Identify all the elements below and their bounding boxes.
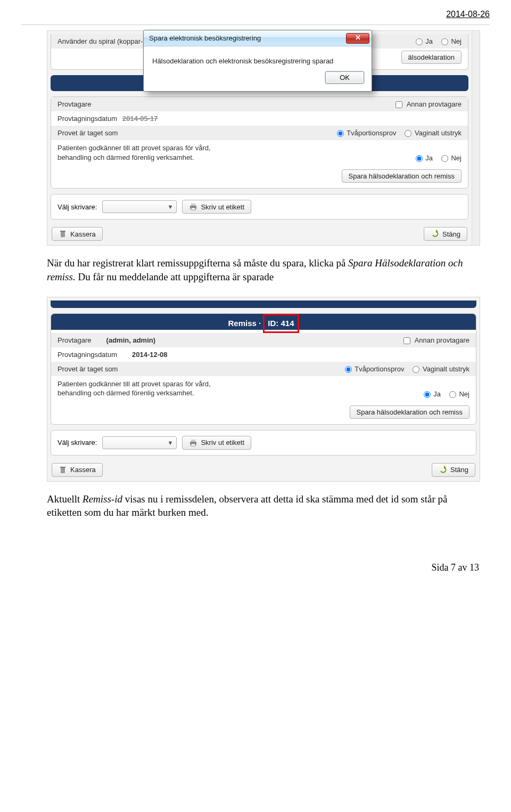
scrollbar[interactable]: [472, 31, 480, 245]
provtagare-label-2: Provtagare: [57, 336, 92, 344]
print-label: Skriv ut etikett: [201, 203, 244, 211]
consent-text: Patienten godkänner till att provet spar…: [57, 143, 233, 162]
consent-ja[interactable]: Ja: [410, 154, 433, 162]
nej-label: Nej: [451, 154, 461, 162]
page-date: 2014-08-26: [0, 0, 511, 25]
svg-rect-6: [191, 440, 195, 442]
svg-rect-3: [61, 232, 65, 237]
trash-icon: [59, 230, 67, 238]
date-row-2: Provtagningsdatum 2014-12-08: [51, 347, 476, 362]
provtagare-row-2: Provtagare (admin, admin) Annan provtaga…: [51, 333, 476, 347]
print-button-2[interactable]: Skriv ut etikett: [182, 436, 251, 450]
save-button[interactable]: Spara hälsodeklaration och remiss: [342, 169, 461, 183]
svg-rect-1: [191, 204, 195, 206]
p1-part-a: När du har registrerat klart remissuppgi…: [47, 257, 348, 269]
save-label-2: Spara hälsodeklaration och remiss: [357, 408, 463, 416]
consent-nej[interactable]: Nej: [436, 154, 461, 162]
label-nej: Nej: [451, 37, 461, 45]
p1-part-c: Du får nu meddelande att uppgifterna är …: [76, 271, 274, 282]
save-button-2[interactable]: Spara hälsodeklaration och remiss: [350, 405, 469, 419]
taget-label: Provet är taget som: [57, 129, 118, 137]
annan-checkbox-2[interactable]: Annan provtagare: [403, 336, 469, 344]
p2-b: Remiss-id: [83, 493, 122, 505]
header-prefix: Remiss ·: [228, 319, 263, 328]
taget-row: Provet är taget som Tvåportionsprov Vagi…: [51, 126, 468, 140]
consent-row-2: Patienten godkänner till att provet spar…: [51, 376, 476, 403]
printer-panel-2: Välj skrivare: ▼ Skriv ut etikett: [51, 430, 476, 456]
provtagare-value: (admin, admin): [106, 336, 155, 344]
save-label: Spara hälsodeklaration och remiss: [349, 172, 455, 180]
date-value-2: 2014-12-08: [132, 351, 168, 359]
dialog-close-button[interactable]: ✕: [346, 33, 369, 44]
radio-ja[interactable]: Ja: [410, 37, 433, 45]
remiss-header: Remiss · ID: 414: [51, 314, 476, 330]
annan-checkbox[interactable]: Annan provtagare: [395, 100, 461, 108]
vag-label-2: Vaginalt utstryk: [423, 365, 469, 373]
vag-label: Vaginalt utstryk: [415, 129, 461, 137]
printer-select[interactable]: ▼: [102, 200, 177, 213]
radio-tvaportion-2[interactable]: Tvåportionsprov: [340, 365, 405, 373]
dialog-message: Hälsodeklaration och elektronisk besöksr…: [144, 46, 372, 71]
provtagare-label: Provtagare: [57, 100, 92, 108]
tva-label: Tvåportionsprov: [347, 129, 396, 137]
tva-label-2: Tvåportionsprov: [355, 365, 404, 373]
radio-vaginalt[interactable]: Vaginalt utstryk: [399, 129, 461, 137]
ja-label-2: Ja: [433, 390, 441, 398]
radio-tvaportion[interactable]: Tvåportionsprov: [332, 129, 397, 137]
print-label-2: Skriv ut etikett: [201, 439, 244, 446]
trash-icon: [59, 466, 67, 474]
return-icon: [439, 466, 447, 474]
svg-rect-2: [191, 208, 195, 210]
kassera-button-2[interactable]: Kassera: [52, 463, 103, 477]
save-dialog: Spara elektronisk besöksregistrering ✕ H…: [143, 30, 372, 92]
svg-rect-8: [61, 468, 65, 473]
printer-label-2: Välj skrivare:: [57, 439, 97, 446]
consent-nej-2[interactable]: Nej: [444, 390, 469, 398]
close-label-2: Stäng: [450, 466, 468, 474]
printer-select-2[interactable]: ▼: [102, 436, 177, 449]
close-label: Stäng: [442, 230, 460, 238]
dialog-ok-button[interactable]: OK: [325, 71, 364, 84]
screenshot-2: Remiss · ID: 414 Provtagare (admin, admi…: [47, 297, 480, 482]
kassera-button[interactable]: Kassera: [52, 227, 103, 241]
label-ja: Ja: [425, 37, 433, 45]
printer-label: Välj skrivare:: [57, 203, 97, 211]
annan-label-2: Annan provtagare: [415, 336, 469, 344]
paragraph-1: När du har registrerat klart remissuppgi…: [47, 256, 473, 283]
consent-ja-2[interactable]: Ja: [418, 390, 441, 398]
date-value: 2014-05-17: [122, 115, 158, 123]
nej-label-2: Nej: [459, 390, 469, 398]
print-button[interactable]: Skriv ut etikett: [182, 200, 251, 214]
provtagare-row: Provtagare Annan provtagare: [51, 97, 468, 111]
bottom-row-2: Kassera Stäng: [51, 461, 476, 478]
radio-nej[interactable]: Nej: [436, 37, 461, 45]
kassera-label-2: Kassera: [70, 466, 96, 474]
svg-rect-4: [60, 231, 65, 232]
taget-label-2: Provet är taget som: [57, 365, 118, 373]
taget-row-2: Provet är taget som Tvåportionsprov Vagi…: [51, 362, 476, 376]
return-icon: [431, 230, 439, 238]
printer-icon: [189, 439, 197, 447]
radio-vaginalt-2[interactable]: Vaginalt utstryk: [407, 365, 469, 373]
dialog-titlebar[interactable]: Spara elektronisk besöksregistrering ✕: [144, 30, 372, 46]
consent-row: Patienten godkänner till att provet spar…: [51, 140, 468, 167]
date-label: Provtagningsdatum: [57, 115, 117, 123]
page-divider: [21, 25, 490, 25]
remiss-id-highlight: ID: 414: [263, 314, 299, 333]
close-button[interactable]: Stäng: [424, 227, 467, 241]
halsodeklaration-button[interactable]: älsodeklaration: [401, 51, 461, 64]
section-bar-top: [51, 301, 476, 308]
remiss-panel: Provtagare Annan provtagare Provtagnings…: [51, 96, 468, 189]
screenshot-1: Använder du spiral (koppar-, hormonspira…: [47, 30, 480, 246]
bottom-row: Kassera Stäng: [51, 225, 468, 242]
p2-a: Aktuellt: [47, 493, 83, 505]
printer-panel: Välj skrivare: ▼ Skriv ut etikett: [51, 194, 468, 220]
svg-rect-9: [60, 467, 65, 468]
button-label: älsodeklaration: [408, 53, 455, 61]
close-button-2[interactable]: Stäng: [432, 463, 475, 477]
printer-icon: [189, 202, 197, 211]
annan-label: Annan provtagare: [407, 100, 461, 108]
kassera-label: Kassera: [70, 230, 96, 238]
ja-label: Ja: [425, 154, 433, 162]
date-row: Provtagningsdatum 2014-05-17: [51, 111, 468, 126]
